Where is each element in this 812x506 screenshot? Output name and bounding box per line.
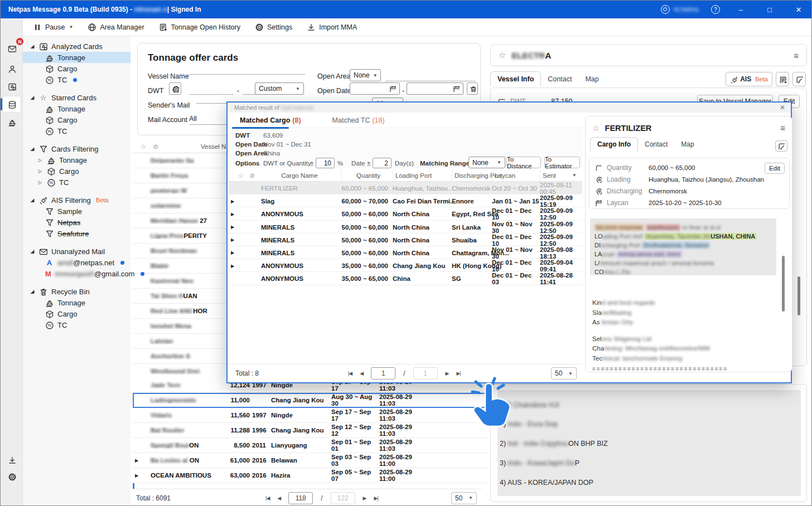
sidebar-item-filtering-tonnage[interactable]: ▷Tonnage xyxy=(23,154,130,166)
import-mma-button[interactable]: Import MMA xyxy=(307,23,357,31)
table-row[interactable]: ▶ Ladingmeralds 11,000 Chang Jiang Kou A… xyxy=(133,393,489,408)
pause-button[interactable]: Pause▼ xyxy=(33,23,73,31)
to-distance-button[interactable]: To Distance xyxy=(506,157,541,168)
sidebar-item-recycle-tonnage[interactable]: Tonnage xyxy=(23,297,130,308)
laycan-column[interactable]: Laycan xyxy=(492,169,540,181)
rail-download-button[interactable] xyxy=(3,452,21,468)
sidebar-item-gmail-account[interactable]: Mtmmorqwsl0@gmail.com xyxy=(23,268,130,279)
sidebar-item-filtering-cargo[interactable]: ▷Cargo xyxy=(23,166,130,177)
last-page-icon[interactable]: ▶| xyxy=(374,495,378,501)
exclude-column-icon[interactable]: ⊘ xyxy=(246,172,258,179)
cargo-row[interactable]: ▶ MINERALS 50,000 ~ 60,000 North China S… xyxy=(229,233,582,246)
signed-in-user[interactable]: ⏻nt.helms xyxy=(661,5,699,14)
tab-contact[interactable]: Contact xyxy=(541,71,578,86)
table-row[interactable]: ▶ Speegli BsuiON 8,500 2011 Lianyugang S… xyxy=(133,438,489,453)
table-row[interactable]: ▶ Vidaris 11,560 1997 Ningde Sep 17 ~ Se… xyxy=(133,408,489,423)
open-area-input[interactable] xyxy=(385,70,476,81)
table-row[interactable]: ▶ OCEAN AMBITIOUS 63,000 2016 Hazira Sep… xyxy=(133,468,489,483)
rail-contacts-button[interactable] xyxy=(3,61,21,76)
vessel-name-input[interactable] xyxy=(189,64,305,75)
menu-icon[interactable]: ≡ xyxy=(780,123,785,133)
sidebar-item-ais-netpas[interactable]: Netpas xyxy=(23,217,130,228)
sidebar-item-recycle-cargo[interactable]: Cargo xyxy=(23,308,130,319)
clear-dates-button[interactable] xyxy=(467,82,478,95)
menu-icon[interactable]: ≡ xyxy=(794,51,799,60)
area-manager-button[interactable]: Area Manager xyxy=(88,23,144,31)
sidebar-section-unanalyzed-mail[interactable]: ◢Unanalyzed Mail xyxy=(23,246,130,257)
sidebar-item-recycle-tc[interactable]: TC xyxy=(23,319,130,330)
tab-map[interactable]: Map xyxy=(578,71,605,86)
star-column-icon[interactable]: ☆ xyxy=(137,143,149,150)
sidebar-item-analyzed-cargo[interactable]: Cargo xyxy=(23,63,130,74)
edit-note-button[interactable] xyxy=(775,140,787,152)
tab-map[interactable]: Map xyxy=(674,137,700,152)
modal-close-icon[interactable]: ✕ xyxy=(780,104,785,111)
sidebar-section-analyzed-cards[interactable]: ◢Analyzed Cards xyxy=(23,41,130,52)
sent-column[interactable]: Sent▼ xyxy=(540,169,582,181)
first-page-icon[interactable]: |◀ xyxy=(348,371,352,376)
ais-button[interactable]: AISBeta xyxy=(726,72,772,86)
rail-cards-button[interactable] xyxy=(3,79,21,94)
tab-matched-cargo[interactable]: Matched Cargo(8) xyxy=(240,116,301,124)
rail-mail-button[interactable]: N xyxy=(3,41,21,56)
star-icon[interactable]: ☆ xyxy=(592,124,600,133)
star-icon[interactable]: ☆ xyxy=(499,50,506,60)
last-page-icon[interactable]: ▶| xyxy=(456,371,460,376)
sidebar-item-analyzed-tonnage[interactable]: Tonnage xyxy=(23,52,130,63)
quantity-tolerance-input[interactable]: 10 xyxy=(316,158,335,168)
sidebar-item-ais-seafuture[interactable]: Seafuture xyxy=(23,228,130,239)
cargo-row[interactable]: ▶ ANONYMOUS 35,000 ~ 60,000 Chang Jiang … xyxy=(229,259,582,272)
cargo-row[interactable]: ▶ ANONYMOUS 50,000 ~ 60,000 North China … xyxy=(229,207,582,220)
expand-row-icon[interactable]: ▶ xyxy=(229,199,235,204)
sidebar-item-filtering-tc[interactable]: ▷TC xyxy=(23,177,130,188)
tab-vessel-info[interactable]: Vessel Info xyxy=(490,71,541,86)
rail-analyzed-cards-button[interactable] xyxy=(3,96,21,112)
page-input[interactable]: 118 xyxy=(288,492,313,504)
next-page-icon[interactable]: ▶ xyxy=(363,495,366,501)
tab-contact[interactable]: Contact xyxy=(638,137,674,152)
to-estimator-button[interactable]: To Estimator xyxy=(544,157,580,168)
quantity-column[interactable]: Quantity xyxy=(341,169,393,181)
dwt-settings-button[interactable] xyxy=(169,82,181,95)
expand-row-icon[interactable]: ▶ xyxy=(229,264,235,269)
next-page-icon[interactable]: ▶ xyxy=(446,371,449,376)
loading-port-column[interactable]: Loading Port xyxy=(393,169,452,181)
sidebar-item-starred-tonnage[interactable]: Tonnage xyxy=(23,103,130,114)
cargo-row[interactable]: ▶ MINERALS 50,000 ~ 60,000 North China C… xyxy=(229,246,582,259)
cargo-row[interactable]: ▶ ANONYMOUS 35,000 ~ 65,000 China SG Dec… xyxy=(229,272,582,285)
table-row[interactable]: ▶ Ba Lesles al ON 61,000 2016 Belawan Se… xyxy=(133,453,489,468)
expand-row-icon[interactable]: ▶ xyxy=(229,225,235,230)
open-date-from-input[interactable] xyxy=(350,82,400,95)
scrollbar-thumb[interactable] xyxy=(782,256,785,312)
cargo-row[interactable]: ▶ MINERALS 50,000 ~ 60,000 North China S… xyxy=(229,221,582,233)
sidebar-item-ais-sample[interactable]: Sample xyxy=(23,206,130,217)
open-date-to-input[interactable] xyxy=(407,82,463,95)
tonnage-open-history-button[interactable]: Tonnage Open History xyxy=(159,23,240,31)
matching-range-select[interactable]: None▼ xyxy=(468,157,505,168)
sidebar-section-recycle-bin[interactable]: ◢Recycle Bin xyxy=(23,286,130,297)
first-page-icon[interactable]: |◀ xyxy=(265,495,269,501)
sidebar-item-starred-cargo[interactable]: Cargo xyxy=(23,114,130,125)
edit-button[interactable]: Edit xyxy=(765,163,785,174)
sidebar-section-starred-cards[interactable]: ◢☆Starred Cards xyxy=(23,92,130,103)
cargo-name-column[interactable]: Cargo Name xyxy=(258,172,341,179)
sort-desc-icon[interactable]: ▼ xyxy=(572,173,577,178)
page-size-select[interactable]: 50▼ xyxy=(551,367,577,380)
sidebar-section-ais-filtering[interactable]: ◢AIS FilteringBeta xyxy=(23,194,130,206)
maximize-button[interactable]: □ xyxy=(761,6,778,14)
tab-matched-tc[interactable]: Matched TC(18) xyxy=(332,116,385,124)
prev-page-icon[interactable]: ◀ xyxy=(277,495,281,501)
expand-row-icon[interactable]: ▶ xyxy=(133,473,142,478)
expand-row-icon[interactable]: ▶ xyxy=(229,250,235,255)
expand-row-icon[interactable]: ▶ xyxy=(133,458,142,463)
settings-button[interactable]: Settings xyxy=(255,23,292,31)
rail-settings-button[interactable] xyxy=(3,469,21,484)
page-input[interactable]: 1 xyxy=(371,367,395,380)
table-row[interactable]: ▶ Bal Roulier 11,288 1996 Chang Jiang Ko… xyxy=(133,423,489,438)
minimize-button[interactable]: – xyxy=(732,6,749,14)
expand-row-icon[interactable]: ▶ xyxy=(229,237,235,242)
sidebar-item-starred-tc[interactable]: TC xyxy=(23,125,130,137)
sidebar-item-analyzed-tc[interactable]: TC xyxy=(23,74,130,85)
sidebar-section-cards-filtering[interactable]: ◢Cards Filtering xyxy=(23,143,130,154)
prev-page-icon[interactable]: ◀ xyxy=(360,371,363,376)
